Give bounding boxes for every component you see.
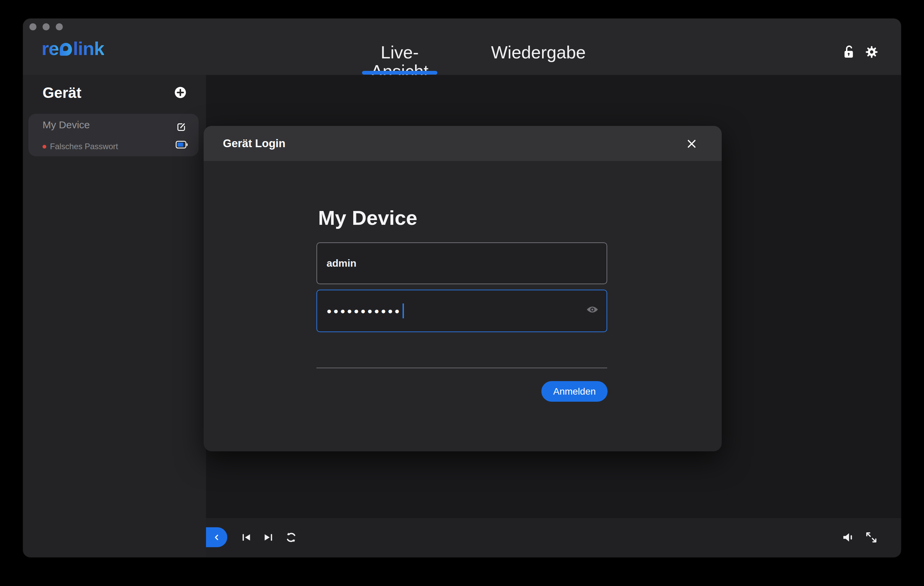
bottom-toolbar (206, 518, 901, 557)
username-field[interactable] (317, 242, 607, 284)
toggle-password-visibility-button[interactable] (586, 305, 599, 314)
traffic-light-minimize[interactable] (43, 23, 50, 30)
skip-back-icon (241, 532, 252, 543)
close-icon (686, 138, 698, 150)
password-field[interactable]: ●●●●●●●●●●● (317, 290, 607, 332)
active-tab-indicator (362, 71, 437, 75)
add-device-button[interactable] (174, 86, 186, 99)
tab-live-view[interactable]: Live-Ansicht (362, 43, 437, 63)
chevron-left-icon (212, 533, 221, 542)
logo-text-link: link (73, 38, 104, 59)
refresh-icon (285, 531, 297, 544)
volume-button[interactable] (842, 531, 856, 543)
form-divider (317, 368, 607, 368)
lock-button[interactable] (842, 44, 856, 59)
volume-icon (842, 532, 856, 543)
login-button[interactable]: Anmelden (541, 381, 607, 402)
sidebar-title: Gerät (43, 84, 81, 101)
gear-icon (865, 46, 878, 58)
text-caret (403, 303, 404, 318)
device-status: Falsches Passwort (50, 142, 118, 151)
skip-forward-icon (263, 532, 274, 543)
plus-icon (174, 86, 186, 99)
close-dialog-button[interactable] (684, 137, 699, 151)
battery-icon (176, 141, 188, 148)
titlebar-header: re link Live-Ansicht Wiedergabe (23, 18, 901, 75)
password-dots: ●●●●●●●●●●● (327, 307, 401, 315)
logo-text-re: re (41, 38, 59, 59)
refresh-button[interactable] (285, 531, 297, 544)
traffic-light-close[interactable] (30, 23, 36, 30)
tab-playback[interactable]: Wiedergabe (491, 43, 564, 63)
dialog-header: Gerät Login (204, 126, 722, 161)
edit-device-button[interactable] (176, 122, 186, 132)
settings-button[interactable] (864, 44, 879, 59)
fullscreen-button[interactable] (865, 531, 878, 544)
fullscreen-icon (865, 531, 878, 544)
device-sidebar: Gerät My Device Falsches Passwort (23, 75, 206, 557)
logo-pin-icon (60, 43, 72, 56)
error-status-dot (43, 145, 46, 148)
traffic-light-zoom[interactable] (56, 23, 63, 30)
device-name-heading: My Device (318, 206, 417, 230)
device-login-dialog: Gerät Login My Device ●●●●●●●●●●● (204, 126, 722, 451)
username-input[interactable] (317, 243, 607, 283)
collapse-sidebar-button[interactable] (206, 527, 227, 547)
skip-forward-button[interactable] (262, 531, 275, 543)
app-window: re link Live-Ansicht Wiedergabe (23, 18, 901, 557)
eye-icon (586, 305, 599, 314)
reolink-logo: re link (41, 36, 104, 61)
dialog-title: Gerät Login (223, 126, 285, 161)
device-card[interactable]: My Device Falsches Passwort (28, 114, 199, 156)
skip-back-button[interactable] (240, 531, 252, 543)
edit-icon (176, 122, 186, 132)
open-lock-icon (843, 45, 855, 59)
device-name: My Device (43, 119, 90, 131)
